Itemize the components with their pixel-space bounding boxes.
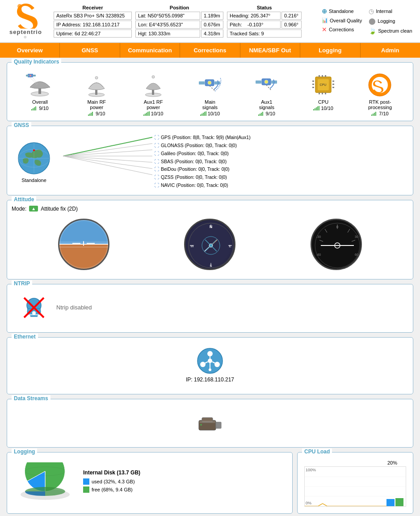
data-stream-icon bbox=[197, 411, 223, 434]
gnss-globe-area: Standalone bbox=[12, 140, 56, 183]
main-rf-label2: power bbox=[90, 105, 103, 110]
aux1-rf-score-val: 10/10 bbox=[151, 111, 164, 116]
overall-label: Overall bbox=[32, 99, 48, 105]
nav-admin[interactable]: Admin bbox=[361, 43, 420, 58]
svg-rect-43 bbox=[258, 114, 259, 116]
quality-item-main-rf: Main RF power 9/10 bbox=[76, 72, 117, 116]
quality-item-aux1-signals: Aux1 signals 9/10 bbox=[247, 72, 287, 116]
svg-line-80 bbox=[63, 144, 152, 156]
svg-rect-5 bbox=[33, 75, 36, 76]
artificial-horizon bbox=[58, 219, 109, 270]
svg-line-113 bbox=[348, 229, 350, 233]
svg-line-116 bbox=[319, 240, 323, 241]
ethernet-ip-text: IP: 192.168.110.217 bbox=[186, 376, 234, 383]
nav-overview[interactable]: Overview bbox=[0, 43, 60, 58]
svg-text:-30: -30 bbox=[316, 235, 321, 238]
svg-rect-69 bbox=[371, 114, 372, 116]
svg-rect-60 bbox=[332, 87, 334, 88]
svg-line-84 bbox=[63, 156, 152, 169]
svg-rect-9 bbox=[31, 109, 32, 110]
svg-rect-46 bbox=[262, 112, 263, 116]
inclinometer-instrument: 0 -30 30 -60 60 bbox=[311, 219, 362, 270]
gnss-section: GNSS Standalone bbox=[7, 126, 413, 195]
logging-content: Internal Disk (13.7 GB) used (32%, 4.3 G… bbox=[12, 458, 288, 505]
overall-score-val: 9/10 bbox=[39, 106, 48, 111]
svg-rect-30 bbox=[214, 81, 220, 85]
position-row-hgt: Hgt: 130.333m 4.318m bbox=[135, 30, 223, 38]
svg-rect-44 bbox=[260, 114, 260, 116]
septentrio-logo-icon bbox=[14, 3, 38, 29]
svg-rect-57 bbox=[312, 87, 314, 88]
nav-corrections[interactable]: Corrections bbox=[180, 43, 240, 58]
position-row-lon: Lon: E4°43'55.6523" 0.676m bbox=[135, 21, 223, 29]
svg-point-22 bbox=[152, 76, 155, 78]
disk-title: Internal Disk (13.7 GB) bbox=[83, 469, 140, 476]
svg-point-129 bbox=[208, 359, 212, 363]
status-row-pitch: Pitch: -0.103° 0.966° bbox=[227, 21, 302, 29]
svg-rect-26 bbox=[147, 112, 148, 116]
aux1-rf-icon bbox=[139, 72, 168, 98]
svg-rect-137 bbox=[216, 422, 221, 428]
svg-rect-11 bbox=[34, 107, 35, 110]
svg-rect-59 bbox=[332, 84, 334, 85]
logo: septentrio ® bbox=[4, 3, 47, 39]
logging-label: Logging bbox=[378, 18, 395, 24]
legend-corrections: ✕ Corrections bbox=[322, 26, 362, 33]
aux1-signals-label2: signals bbox=[259, 105, 274, 110]
compass-instrument: N S W E bbox=[184, 219, 235, 270]
attitude-mode-row: Mode: ▲ Attitude fix (2D) bbox=[12, 206, 408, 212]
status-section: Status Heading: 205.347° 0.216° Pitch: -… bbox=[227, 5, 302, 38]
navbar: Overview GNSS Communication Corrections … bbox=[0, 43, 420, 58]
nav-logging[interactable]: Logging bbox=[300, 43, 360, 58]
corrections-icon: ✕ bbox=[322, 26, 327, 33]
main-rf-icon bbox=[82, 72, 111, 98]
attitude-title: Attitude bbox=[12, 196, 36, 203]
svg-point-126 bbox=[207, 351, 213, 356]
aux1-signals-score-val: 9/10 bbox=[266, 111, 275, 116]
cpu-bar-blue bbox=[386, 499, 395, 506]
nav-communication[interactable]: Communication bbox=[120, 43, 180, 58]
svg-point-15 bbox=[95, 76, 98, 79]
disk-free-row: free (68%, 9.4 GB) bbox=[83, 486, 140, 493]
gnss-galileo: ⛶ Galileo (Position: 0|0, Track: 0|0) bbox=[155, 150, 251, 158]
corrections-label: Corrections bbox=[329, 27, 354, 32]
legend-col-1: ⊕ Standalone 📊 Overall Quality ✕ Correct… bbox=[322, 8, 362, 34]
rtk-label: RTK post- bbox=[369, 99, 391, 105]
main-signals-label2: signals bbox=[202, 105, 218, 110]
position-section: Position Lat: N50°50'55.0998" 1.189m Lon… bbox=[135, 5, 223, 38]
legend-col-2: ◷ Internal ⬤ Logging 🍃 Spectrum clean bbox=[369, 8, 412, 34]
svg-rect-27 bbox=[149, 111, 150, 116]
svg-text:W: W bbox=[191, 244, 194, 248]
svg-rect-19 bbox=[92, 112, 93, 116]
gnss-sbas: ⛶ SBAS (Position: 0|0, Track: 0|0) bbox=[155, 158, 251, 166]
ntrip-icon-svg bbox=[21, 294, 47, 321]
gnss-glonass: ⛶ GLONASS (Position: 0|0, Track: 0|0) bbox=[155, 142, 251, 150]
svg-rect-62 bbox=[313, 109, 314, 110]
svg-rect-4 bbox=[26, 75, 29, 76]
quality-indicators-section: Quality Indicators bbox=[7, 62, 413, 121]
nav-nmea[interactable]: NMEA/SBF Out bbox=[240, 43, 300, 58]
gnss-navic: ⛶ NAVIC (Position: 0|0, Track: 0|0) bbox=[155, 182, 251, 190]
gnss-lines-svg bbox=[63, 134, 152, 178]
aux1-rf-label2: power bbox=[147, 105, 160, 110]
internal-icon: ◷ bbox=[369, 8, 374, 15]
attitude-fix-badge: ▲ bbox=[29, 206, 38, 211]
disk-used-label: used (32%, 4.3 GB) bbox=[92, 479, 135, 484]
gnss-title: GNSS bbox=[12, 122, 31, 128]
nav-gnss[interactable]: GNSS bbox=[60, 43, 120, 58]
svg-rect-138 bbox=[199, 421, 215, 423]
main-content: Quality Indicators bbox=[0, 58, 420, 516]
quality-label: Overall Quality bbox=[330, 18, 362, 23]
attitude-instruments: N S W E bbox=[12, 216, 408, 272]
gps-icon: ⛶ bbox=[155, 135, 160, 140]
svg-rect-39 bbox=[256, 80, 261, 84]
receiver-title: Receiver bbox=[54, 5, 132, 10]
bottom-row: Logging bbox=[7, 452, 413, 514]
logging-icon: ⬤ bbox=[369, 17, 376, 25]
quality-item-overall: Overall 9/10 bbox=[20, 72, 60, 111]
svg-rect-50 bbox=[322, 75, 323, 77]
receiver-section: Receiver AsteRx SB3 Pro+ S/N 3238925 IP … bbox=[54, 5, 132, 38]
svg-rect-29 bbox=[199, 81, 205, 85]
svg-point-128 bbox=[214, 362, 220, 367]
gnss-gps: ⛶ GPS (Position: 8|8, Track: 9|9) (Main|… bbox=[155, 134, 251, 142]
